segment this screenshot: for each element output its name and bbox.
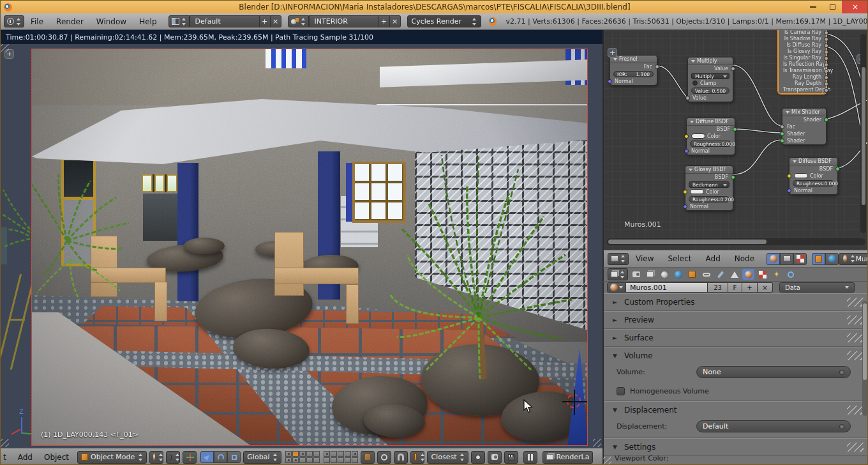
socket-input[interactable] xyxy=(685,96,690,100)
roughness-slider[interactable]: Roughness:0.000 xyxy=(793,180,834,187)
tab-object-data[interactable] xyxy=(728,269,740,280)
link-mode-select[interactable]: Data xyxy=(779,282,855,293)
scrollbar-thumb[interactable] xyxy=(608,240,767,244)
layer-cell[interactable] xyxy=(345,457,351,463)
panel-header[interactable]: ►Surface xyxy=(604,330,868,346)
area-corner-grip[interactable] xyxy=(1,44,9,52)
homogeneous-volume-checkbox[interactable] xyxy=(617,387,625,395)
menu-view[interactable]: View xyxy=(629,254,661,263)
screen-layout-delete-button[interactable]: × xyxy=(271,15,281,27)
socket-output[interactable] xyxy=(824,63,828,67)
socket-output[interactable] xyxy=(824,43,828,48)
layer-cell[interactable] xyxy=(285,457,292,463)
node-header[interactable]: Multiply xyxy=(688,57,733,65)
node-header[interactable]: Glossy BSDF xyxy=(685,166,733,174)
node-glossy-bsdf[interactable]: Glossy BSDF BSDF Beckmann Color Roughnes… xyxy=(685,165,733,211)
operation-select[interactable]: Multiply xyxy=(691,73,730,79)
menu-render[interactable]: Render xyxy=(50,17,90,26)
tab-render[interactable] xyxy=(630,269,642,280)
panel-grip[interactable] xyxy=(847,298,864,307)
minimize-button[interactable] xyxy=(804,1,823,13)
layer-cell[interactable] xyxy=(352,457,358,463)
clamp-checkbox[interactable] xyxy=(692,80,698,86)
compositing-nodes-toggle[interactable] xyxy=(780,253,793,265)
pivot-point-select[interactable] xyxy=(166,451,180,464)
vertical-scrollbar[interactable] xyxy=(862,301,867,416)
socket-output[interactable] xyxy=(731,175,735,179)
socket-input[interactable] xyxy=(787,188,791,193)
layer-cell[interactable] xyxy=(285,451,292,457)
tab-scene[interactable] xyxy=(658,269,670,280)
panel-header[interactable]: ▼Settings xyxy=(604,439,868,455)
panel-grip[interactable] xyxy=(847,406,864,415)
displacement-select[interactable]: Default xyxy=(696,420,851,432)
layer-cell[interactable] xyxy=(292,451,299,457)
horizontal-scrollbar[interactable] xyxy=(607,238,865,245)
render-layers-button[interactable]: RenderLa xyxy=(542,451,593,464)
tab-material[interactable] xyxy=(742,269,754,280)
shader-nodes-toggle[interactable] xyxy=(767,253,780,265)
editor-type-button-info[interactable] xyxy=(4,15,24,27)
collapse-icon[interactable] xyxy=(613,58,617,61)
snap-toggle[interactable] xyxy=(394,451,408,464)
rotate-manipulator-toggle[interactable] xyxy=(214,451,227,463)
socket-output[interactable] xyxy=(824,69,828,73)
translate-manipulator-toggle[interactable] xyxy=(200,451,214,463)
color-swatch[interactable] xyxy=(690,189,704,194)
render-engine-select[interactable]: Cycles Render xyxy=(407,15,482,27)
volume-select[interactable]: None xyxy=(696,366,851,378)
socket-input[interactable] xyxy=(684,134,689,139)
texture-nodes-toggle[interactable] xyxy=(793,253,807,265)
tab-texture[interactable] xyxy=(756,269,768,280)
area-corner-grip[interactable] xyxy=(593,439,601,447)
scene-add-button[interactable]: + xyxy=(379,15,390,27)
layer-cell[interactable] xyxy=(331,457,337,463)
layer-cell[interactable] xyxy=(345,451,351,457)
menu-file[interactable]: File xyxy=(24,17,50,26)
layer-cell[interactable] xyxy=(338,451,344,457)
socket-input[interactable] xyxy=(780,139,784,143)
render-border-region[interactable]: (1) 1D_LAY000.143 <F_01> xyxy=(31,49,588,446)
panel-header[interactable]: ►Custom Properties xyxy=(604,294,868,310)
node-diffuse-bsdf-1[interactable]: Diffuse BSDF BSDF Color Roughness:0.000 … xyxy=(686,118,735,155)
node-editor[interactable]: Fresnel Fac IOR:1.300 Normal Multiply Va… xyxy=(602,30,868,250)
layer-cell[interactable] xyxy=(306,451,313,457)
socket-input[interactable] xyxy=(780,132,784,136)
snap-mode-select[interactable]: Closest xyxy=(427,451,468,464)
panel-arrow-icon[interactable]: ► xyxy=(613,317,619,323)
panel-grip[interactable] xyxy=(847,351,864,360)
layer-cell[interactable] xyxy=(299,451,306,457)
vertical-scrollbar[interactable] xyxy=(860,34,866,233)
node-fresnel[interactable]: Fresnel Fac IOR:1.300 Normal xyxy=(610,55,657,86)
collapse-icon[interactable] xyxy=(786,111,789,114)
socket-input[interactable] xyxy=(684,149,689,153)
color-swatch[interactable] xyxy=(691,133,705,139)
collapse-icon[interactable] xyxy=(691,60,695,63)
panel-arrow-icon[interactable]: ▼ xyxy=(613,407,619,413)
object-shader-toggle[interactable] xyxy=(812,253,825,265)
viewport-shading-select[interactable] xyxy=(149,451,163,464)
editor-type-button-properties[interactable] xyxy=(608,268,628,280)
viewport-3d[interactable]: + Z xyxy=(1,44,602,448)
close-button[interactable]: × xyxy=(842,1,868,13)
socket-output[interactable] xyxy=(824,37,828,42)
scrollbar-thumb[interactable] xyxy=(863,303,867,380)
socket-output[interactable] xyxy=(824,75,828,80)
layer-cell[interactable] xyxy=(313,457,320,463)
menu-select-clipped[interactable]: t xyxy=(1,453,12,462)
socket-output[interactable] xyxy=(835,167,840,171)
tab-modifiers[interactable] xyxy=(714,269,726,280)
socket-output[interactable] xyxy=(731,66,735,71)
material-users-button[interactable]: 23 xyxy=(708,282,728,293)
layer-cell[interactable] xyxy=(331,451,337,457)
layer-cell[interactable] xyxy=(352,451,358,457)
node-header[interactable]: Fresnel xyxy=(610,56,657,63)
node-light-path[interactable]: Is Camera Ray Is Shadow Ray Is Diffuse R… xyxy=(778,30,827,94)
scrollbar-thumb[interactable] xyxy=(862,67,865,205)
ior-slider[interactable]: IOR:1.300 xyxy=(613,71,654,77)
tab-world[interactable] xyxy=(672,269,684,280)
panel-header[interactable]: ▼Volume xyxy=(604,347,868,364)
panel-grip[interactable] xyxy=(847,316,864,324)
area-corner-grip[interactable] xyxy=(603,457,611,465)
panel-header[interactable]: ►Preview xyxy=(604,312,868,328)
